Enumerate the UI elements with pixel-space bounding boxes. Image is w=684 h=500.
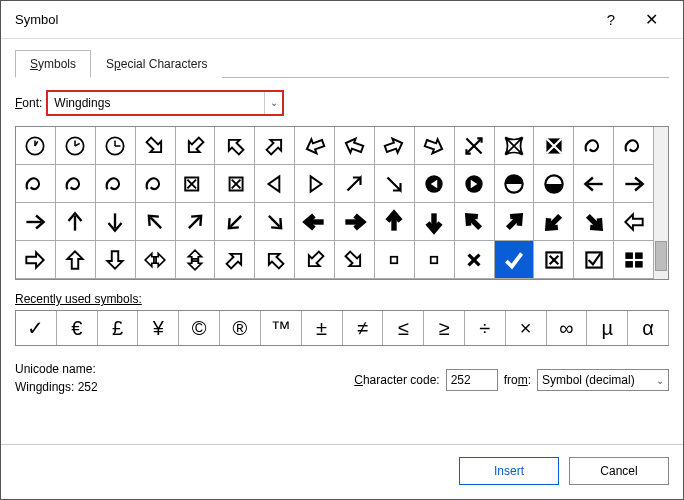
- symbol-cell-arr-ld-hollow[interactable]: [295, 127, 335, 165]
- symbol-cell-arrow-nw[interactable]: [136, 203, 176, 241]
- recent-symbol[interactable]: ©: [179, 311, 220, 345]
- symbol-cell-arr-dl-hollow[interactable]: [176, 127, 216, 165]
- recent-symbol[interactable]: ™: [261, 311, 302, 345]
- from-value: Symbol (decimal): [542, 373, 635, 387]
- symbol-cell-tri-w[interactable]: [255, 165, 295, 203]
- symbol-cell-bold-se[interactable]: [574, 203, 614, 241]
- svg-line-27: [150, 217, 161, 228]
- from-select[interactable]: Symbol (decimal) ⌄: [537, 369, 669, 391]
- tab-symbols[interactable]: Symbols: [15, 50, 91, 78]
- symbol-cell-arr-lu-hollow[interactable]: [335, 127, 375, 165]
- symbol-cell-loop1[interactable]: [574, 127, 614, 165]
- symbol-cell-hollow-ne[interactable]: [215, 241, 255, 279]
- symbol-cell-bold-s[interactable]: [415, 203, 455, 241]
- titlebar: Symbol ? ✕: [1, 1, 683, 39]
- font-select[interactable]: Wingdings ⌄: [46, 90, 284, 116]
- symbol-cell-half-down[interactable]: [534, 165, 574, 203]
- insert-button[interactable]: Insert: [459, 457, 559, 485]
- symbol-cell-box-x-left[interactable]: [176, 165, 216, 203]
- symbol-cell-arr-ur-hollow[interactable]: [255, 127, 295, 165]
- symbol-cell-hollow-e[interactable]: [16, 241, 56, 279]
- symbol-cell-loop5[interactable]: [136, 165, 176, 203]
- recent-symbol[interactable]: ≤: [383, 311, 424, 345]
- symbol-cell-arrow-short-e[interactable]: [16, 203, 56, 241]
- symbol-cell-arr-rd-hollow[interactable]: [415, 127, 455, 165]
- symbol-cell-sq-small[interactable]: [375, 241, 415, 279]
- symbol-cell-box-x[interactable]: [534, 241, 574, 279]
- symbol-cell-hollow-sw[interactable]: [295, 241, 335, 279]
- symbol-cell-hollow-s[interactable]: [96, 241, 136, 279]
- symbol-cell-half-up[interactable]: [495, 165, 535, 203]
- recent-symbol[interactable]: α: [628, 311, 669, 345]
- recent-symbol[interactable]: ¥: [138, 311, 179, 345]
- symbol-cell-clock2[interactable]: [56, 127, 96, 165]
- tab-special-characters[interactable]: Special Characters: [91, 50, 222, 78]
- symbol-grid: [16, 127, 654, 279]
- symbol-cell-hollow-w[interactable]: [614, 203, 654, 241]
- symbol-cell-clock1[interactable]: [16, 127, 56, 165]
- symbol-cell-arr-dr-hollow[interactable]: [136, 127, 176, 165]
- character-code-input[interactable]: [446, 369, 498, 391]
- symbol-cell-bold-nw[interactable]: [455, 203, 495, 241]
- svg-rect-50: [635, 261, 643, 268]
- recent-symbol[interactable]: £: [98, 311, 139, 345]
- recent-symbol[interactable]: ≠: [343, 311, 384, 345]
- symbol-cell-arrowcursor-se[interactable]: [375, 165, 415, 203]
- symbol-cell-check[interactable]: [495, 241, 535, 279]
- svg-rect-47: [625, 252, 633, 258]
- symbol-cell-arr-diagcross[interactable]: [455, 127, 495, 165]
- symbol-cell-ring-arrow-e[interactable]: [455, 165, 495, 203]
- symbol-cell-loop4[interactable]: [96, 165, 136, 203]
- symbol-cell-bold-ne[interactable]: [495, 203, 535, 241]
- symbol-cell-bold-n[interactable]: [375, 203, 415, 241]
- symbol-cell-box-x-right[interactable]: [215, 165, 255, 203]
- symbol-cell-arrow-ne[interactable]: [176, 203, 216, 241]
- scrollbar-thumb[interactable]: [655, 241, 667, 271]
- recent-symbol[interactable]: ≥: [424, 311, 465, 345]
- recent-symbol[interactable]: µ: [587, 311, 628, 345]
- symbol-cell-windows[interactable]: [614, 241, 654, 279]
- symbol-cell-bold-e[interactable]: [335, 203, 375, 241]
- symbol-cell-ornate-x[interactable]: [495, 127, 535, 165]
- symbol-cell-arrow-se[interactable]: [255, 203, 295, 241]
- symbol-cell-loop3[interactable]: [16, 165, 56, 203]
- recent-symbol[interactable]: ®: [220, 311, 261, 345]
- svg-line-29: [230, 215, 241, 226]
- symbol-cell-arr-ul-hollow[interactable]: [215, 127, 255, 165]
- symbol-cell-arrow-n[interactable]: [56, 203, 96, 241]
- symbol-cell-ring-arrow-w[interactable]: [415, 165, 455, 203]
- symbol-cell-arrow-e[interactable]: [614, 165, 654, 203]
- help-button[interactable]: ?: [591, 11, 631, 28]
- cancel-button[interactable]: Cancel: [569, 457, 669, 485]
- symbol-cell-hollow-nw[interactable]: [255, 241, 295, 279]
- symbol-cell-arrow-s[interactable]: [96, 203, 136, 241]
- symbol-cell-leaf1[interactable]: [56, 165, 96, 203]
- symbol-cell-arrow-w[interactable]: [574, 165, 614, 203]
- symbol-cell-tri-e[interactable]: [295, 165, 335, 203]
- symbol-cell-sq-small2[interactable]: [415, 241, 455, 279]
- symbol-cell-bold-sw[interactable]: [534, 203, 574, 241]
- symbol-cell-box-check[interactable]: [574, 241, 614, 279]
- recent-symbol[interactable]: ÷: [465, 311, 506, 345]
- recent-symbol[interactable]: ×: [506, 311, 547, 345]
- from-label: from:: [504, 373, 531, 387]
- recent-symbol[interactable]: €: [57, 311, 98, 345]
- scrollbar[interactable]: [654, 127, 668, 279]
- recent-symbol[interactable]: ✓: [16, 311, 57, 345]
- symbol-cell-hollow-we[interactable]: [136, 241, 176, 279]
- symbol-cell-hollow-ns[interactable]: [176, 241, 216, 279]
- recent-symbol[interactable]: ±: [302, 311, 343, 345]
- symbol-cell-arrowcursor-ne[interactable]: [335, 165, 375, 203]
- symbol-cell-loop2[interactable]: [614, 127, 654, 165]
- symbol-cell-bold-w[interactable]: [295, 203, 335, 241]
- symbol-cell-arrow-sw[interactable]: [215, 203, 255, 241]
- symbol-cell-ornate-square[interactable]: [534, 127, 574, 165]
- symbol-cell-hollow-n[interactable]: [56, 241, 96, 279]
- recent-label: Recently used symbols:: [15, 292, 669, 306]
- symbol-cell-hollow-se[interactable]: [335, 241, 375, 279]
- symbol-cell-clock3[interactable]: [96, 127, 136, 165]
- recent-symbol[interactable]: ∞: [547, 311, 588, 345]
- symbol-cell-x-mark[interactable]: [455, 241, 495, 279]
- symbol-cell-arr-ru-hollow[interactable]: [375, 127, 415, 165]
- close-button[interactable]: ✕: [631, 10, 671, 29]
